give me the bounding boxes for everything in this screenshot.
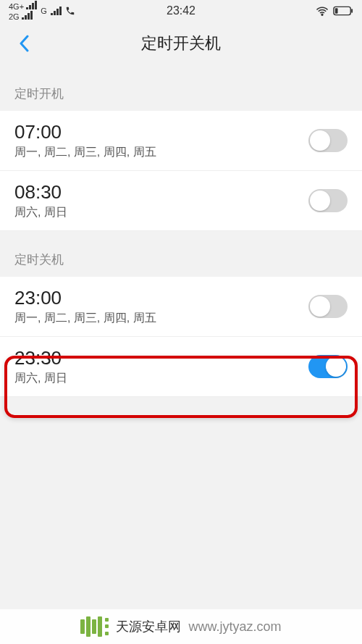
schedule-time: 08:30: [14, 181, 67, 204]
schedule-time: 07:00: [14, 121, 156, 143]
phone-icon: [65, 6, 75, 16]
signal-icon: [51, 7, 62, 15]
schedule-time: 23:30: [14, 347, 67, 369]
status-right: [316, 6, 353, 16]
toggle-switch[interactable]: [308, 189, 348, 212]
svg-rect-3: [335, 8, 338, 13]
schedule-item[interactable]: 08:30 周六, 周日: [0, 171, 362, 231]
watermark-text: 天源安卓网: [116, 618, 181, 635]
back-button[interactable]: [13, 33, 35, 54]
svg-point-0: [321, 14, 323, 15]
schedule-days: 周六, 周日: [14, 371, 67, 386]
nav-bar: 定时开关机: [0, 22, 362, 65]
status-bar: 4G+ 2G G 23:42: [0, 0, 362, 22]
schedule-item[interactable]: 07:00 周一, 周二, 周三, 周四, 周五: [0, 111, 362, 171]
watermark-logo-icon: [80, 616, 109, 637]
toggle-switch[interactable]: [308, 295, 348, 318]
schedule-item[interactable]: 23:30 周六, 周日: [0, 337, 362, 397]
toggle-switch[interactable]: [308, 355, 348, 378]
toggle-switch[interactable]: [308, 129, 348, 152]
svg-rect-2: [351, 9, 353, 13]
schedule-item[interactable]: 23:00 周一, 周二, 周三, 周四, 周五: [0, 277, 362, 337]
page-title: 定时开关机: [0, 33, 362, 54]
watermark: 天源安卓网 www.jytyaz.com: [0, 609, 362, 644]
wifi-icon: [316, 6, 329, 16]
schedule-days: 周一, 周二, 周三, 周四, 周五: [14, 145, 156, 160]
status-time: 23:42: [167, 4, 195, 17]
status-left: 4G+ 2G G: [9, 1, 75, 21]
watermark-url: www.jytyaz.com: [188, 619, 281, 635]
section-header-power-off: 定时关机: [0, 231, 362, 277]
schedule-days: 周六, 周日: [14, 205, 67, 220]
section-header-power-on: 定时开机: [0, 65, 362, 111]
schedule-time: 23:00: [14, 287, 156, 309]
signal-icon: [26, 1, 37, 9]
battery-icon: [333, 6, 353, 16]
schedule-days: 周一, 周二, 周三, 周四, 周五: [14, 311, 156, 326]
signal-icon: [22, 11, 33, 20]
